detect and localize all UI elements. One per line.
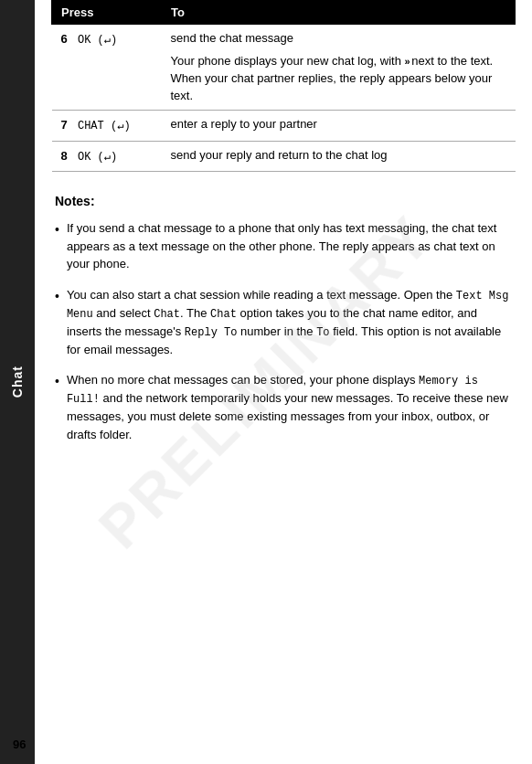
code-chat-1: Chat (154, 308, 180, 321)
list-item: If you send a chat message to a phone th… (55, 219, 512, 273)
press-code-6: OK (78, 34, 90, 47)
to-sub-6: Your phone displays your new chat log, w… (171, 53, 506, 105)
table-row: 7 CHAT (↵) enter a reply to your partner (52, 111, 516, 141)
code-chat-2: Chat (210, 308, 237, 321)
code-memory-full: Memory is Full! (67, 375, 478, 406)
table-row: 6 OK (↵) send the chat message Your phon… (52, 25, 516, 111)
table-cell-press-7: 7 CHAT (↵) (52, 111, 162, 141)
table-row: 8 OK (↵) send your reply and return to t… (52, 141, 516, 171)
sidebar: Chat (0, 0, 35, 764)
table-cell-press-8: 8 OK (↵) (52, 141, 162, 171)
row-number-8: 8 (61, 148, 68, 165)
chevron-right-icon: » (405, 55, 409, 69)
to-primary-6: send the chat message (171, 30, 506, 48)
note-text-2: You can also start a chat session while … (67, 286, 512, 359)
notes-list: If you send a chat message to a phone th… (55, 219, 512, 443)
row-number-6: 6 (61, 31, 68, 48)
table-header-press: Press (52, 1, 162, 25)
code-to-field: To (316, 326, 329, 339)
table-cell-to-7: enter a reply to your partner (162, 111, 516, 141)
code-reply-to: Reply To (185, 326, 238, 339)
sidebar-label: Chat (10, 366, 25, 398)
note-text-3: When no more chat messages can be stored… (67, 371, 512, 443)
press-symbol-7: (↵) (111, 120, 131, 133)
press-symbol-6: (↵) (98, 34, 118, 47)
press-symbol-8: (↵) (98, 151, 118, 164)
list-item: You can also start a chat session while … (55, 286, 512, 359)
table-header-to: To (162, 1, 516, 25)
code-text-msg-menu: Text Msg Menu (67, 290, 509, 321)
page-wrapper: Chat Press To 6 OK (↵) (0, 0, 532, 764)
press-code-7: CHAT (78, 120, 104, 133)
list-item: When no more chat messages can be stored… (55, 371, 512, 443)
note-text-1: If you send a chat message to a phone th… (67, 219, 512, 273)
notes-heading: Notes: (55, 194, 512, 208)
press-code-8: OK (78, 151, 90, 164)
main-content: Press To 6 OK (↵) send the chat message (35, 0, 532, 764)
table-cell-to-8: send your reply and return to the chat l… (162, 141, 516, 171)
instruction-table: Press To 6 OK (↵) send the chat message (51, 0, 516, 172)
table-cell-to-6: send the chat message Your phone display… (162, 25, 516, 111)
notes-section: Notes: If you send a chat message to a p… (51, 194, 516, 443)
table-cell-press-6: 6 OK (↵) (52, 25, 162, 111)
row-number-7: 7 (61, 117, 68, 134)
